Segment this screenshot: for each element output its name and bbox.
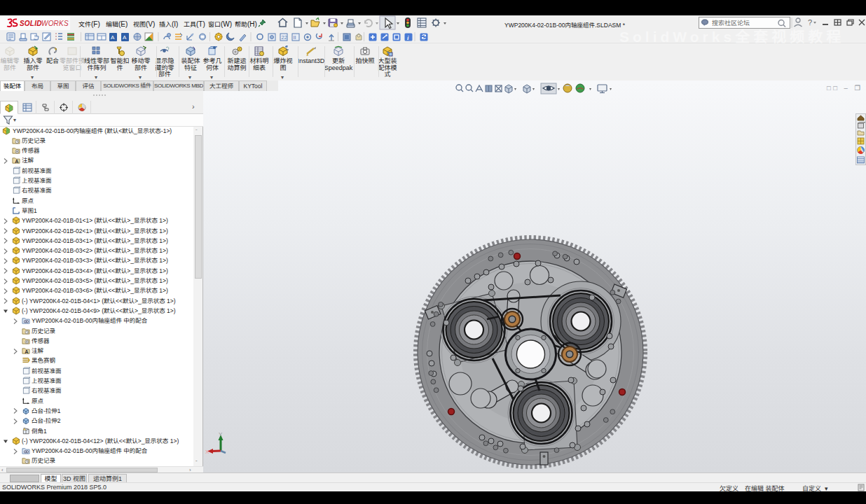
svg-text:A: A: [123, 34, 127, 41]
svg-text:22: 22: [282, 34, 287, 41]
svg-text:A: A: [111, 34, 115, 41]
svg-text:SOLID: SOLID: [20, 20, 42, 27]
svg-text:II: II: [294, 34, 296, 41]
svg-text:Y: Y: [219, 431, 223, 438]
svg-text:WORKS: WORKS: [41, 20, 69, 27]
svg-text:X: X: [205, 449, 209, 455]
